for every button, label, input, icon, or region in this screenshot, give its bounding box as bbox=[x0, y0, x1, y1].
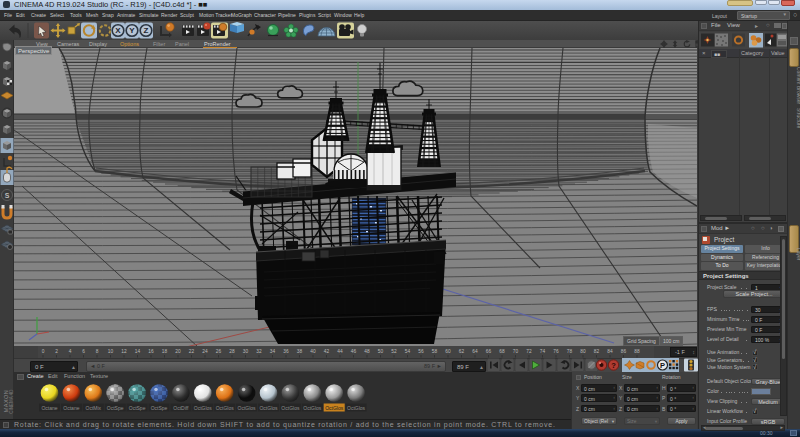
svg-text:88: 88 bbox=[634, 349, 640, 354]
svg-text:28: 28 bbox=[229, 349, 235, 354]
svg-text:78: 78 bbox=[567, 349, 573, 354]
svg-text:76: 76 bbox=[553, 349, 559, 354]
svg-text:20: 20 bbox=[175, 349, 181, 354]
svg-text:X: X bbox=[115, 26, 121, 35]
svg-text:OctSpe: OctSpe bbox=[151, 405, 168, 411]
svg-text:OctGlos: OctGlos bbox=[238, 405, 257, 411]
svg-text:18: 18 bbox=[162, 349, 168, 354]
svg-text:72: 72 bbox=[526, 349, 532, 354]
svg-text:4: 4 bbox=[69, 349, 72, 354]
svg-text:46: 46 bbox=[351, 349, 357, 354]
svg-text:74: 74 bbox=[540, 349, 546, 354]
svg-text:2: 2 bbox=[55, 349, 58, 354]
svg-text:36: 36 bbox=[283, 349, 289, 354]
svg-text:68: 68 bbox=[499, 349, 505, 354]
svg-text:38: 38 bbox=[297, 349, 303, 354]
svg-text:50: 50 bbox=[378, 349, 384, 354]
svg-text:30: 30 bbox=[243, 349, 249, 354]
svg-text:16: 16 bbox=[148, 349, 154, 354]
svg-text:8: 8 bbox=[96, 349, 99, 354]
svg-text:OctSpe: OctSpe bbox=[129, 405, 146, 411]
svg-text:60: 60 bbox=[445, 349, 451, 354]
svg-text:44: 44 bbox=[337, 349, 343, 354]
svg-text:OctGlos: OctGlos bbox=[259, 405, 278, 411]
svg-text:OctDiff: OctDiff bbox=[173, 405, 189, 411]
svg-text:32: 32 bbox=[256, 349, 262, 354]
svg-text:58: 58 bbox=[432, 349, 438, 354]
svg-text:OctSpe: OctSpe bbox=[107, 405, 124, 411]
svg-text:Octane: Octane bbox=[63, 405, 79, 411]
svg-text:Y: Y bbox=[129, 26, 135, 35]
svg-text:12: 12 bbox=[121, 349, 127, 354]
svg-text:62: 62 bbox=[459, 349, 465, 354]
svg-text:OctGlos: OctGlos bbox=[347, 405, 366, 411]
svg-text:6: 6 bbox=[82, 349, 85, 354]
svg-text:82: 82 bbox=[594, 349, 600, 354]
svg-text:24: 24 bbox=[202, 349, 208, 354]
svg-text:?: ? bbox=[611, 361, 616, 370]
svg-text:OctGlos: OctGlos bbox=[303, 405, 322, 411]
svg-text:S: S bbox=[5, 192, 10, 199]
svg-text:64: 64 bbox=[472, 349, 478, 354]
svg-text:14: 14 bbox=[135, 349, 141, 354]
svg-text:34: 34 bbox=[270, 349, 276, 354]
svg-text:OctGlos: OctGlos bbox=[325, 405, 344, 411]
svg-text:66: 66 bbox=[486, 349, 492, 354]
svg-text:42: 42 bbox=[324, 349, 330, 354]
svg-text:80: 80 bbox=[580, 349, 586, 354]
svg-text:54: 54 bbox=[405, 349, 411, 354]
svg-text:OctGlos: OctGlos bbox=[194, 405, 213, 411]
svg-text:84: 84 bbox=[607, 349, 613, 354]
svg-text:Z: Z bbox=[144, 26, 149, 35]
svg-text:OctGlos: OctGlos bbox=[216, 405, 235, 411]
svg-text:OctMix: OctMix bbox=[86, 405, 102, 411]
svg-text:Octane: Octane bbox=[41, 405, 57, 411]
svg-text:56: 56 bbox=[418, 349, 424, 354]
svg-text:40: 40 bbox=[310, 349, 316, 354]
svg-text:10: 10 bbox=[108, 349, 114, 354]
svg-text:P: P bbox=[660, 361, 665, 370]
svg-text:26: 26 bbox=[216, 349, 222, 354]
svg-text:22: 22 bbox=[189, 349, 195, 354]
svg-text:52: 52 bbox=[391, 349, 397, 354]
svg-text:70: 70 bbox=[513, 349, 519, 354]
svg-text:86: 86 bbox=[621, 349, 627, 354]
svg-text:0: 0 bbox=[42, 349, 45, 354]
svg-text:48: 48 bbox=[364, 349, 370, 354]
svg-text:OctGlos: OctGlos bbox=[281, 405, 300, 411]
